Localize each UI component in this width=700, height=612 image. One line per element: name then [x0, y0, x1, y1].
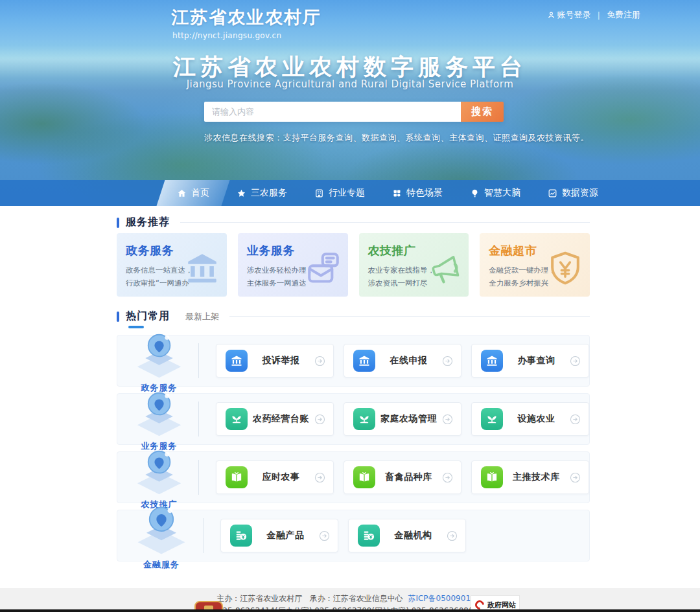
service-item[interactable]: 在线申报 [344, 344, 461, 378]
category-3d-icon [132, 546, 191, 558]
vertical-divider [203, 518, 204, 553]
arrow-circle-icon [570, 356, 581, 367]
site-logo[interactable]: 江苏省农业农村厅 http://nynct.jiangsu.gov.cn [171, 6, 321, 40]
hero-banner: 江苏省农业农村厅 http://nynct.jiangsu.gov.cn 账号登… [0, 0, 700, 206]
arrow-circle-icon [442, 472, 453, 483]
section-divider-line [180, 222, 590, 223]
nav-item-home[interactable]: 首页 [163, 180, 223, 206]
page: 江苏省农业农村厅 http://nynct.jiangsu.gov.cn 账号登… [0, 0, 700, 612]
main-nav: 首页 三农服务 行业专题 特色场景 智慧大脑 数据资源 [0, 180, 700, 206]
megaphone-icon [425, 249, 463, 287]
recommend-card-finance[interactable]: 金融超市 金融贷款一键办理，全力服务乡村振兴 [480, 233, 590, 297]
bulb-icon [470, 188, 480, 198]
nav-item-sannong[interactable]: 三农服务 [223, 180, 301, 206]
category-label: 金融服务 [132, 559, 191, 571]
category-3d-icon [132, 486, 187, 498]
sprout-icon [226, 408, 248, 430]
bank-icon [226, 350, 248, 372]
search-hint: 涉农信息在线搜索：支持平台服务查询、数据查询、系统查询、主体查询、证照查询及农技… [204, 132, 589, 144]
tab-hot-common[interactable]: 热门常用 [126, 310, 170, 323]
login-link[interactable]: 账号登录 [547, 9, 591, 21]
service-category: 金融服务 [132, 501, 191, 570]
service-items: 金融产品 金融机构 [220, 519, 466, 552]
nav-item-industry[interactable]: 行业专题 [301, 180, 379, 206]
arrow-circle-icon [314, 414, 325, 425]
service-item[interactable]: 投诉举报 [216, 344, 334, 378]
grid-icon [392, 188, 402, 198]
service-item-label: 畜禽品种库 [375, 471, 442, 483]
service-category: 农技推广 [132, 445, 187, 510]
main-content: 服务推荐 政务服务 政务信息一站直达，行政审批“一网通办 业务服务 涉农业务轻松… [117, 206, 590, 588]
arrow-circle-icon [314, 356, 325, 367]
star-icon [237, 188, 246, 198]
page-footer: 主办：江苏省农业农村厅 承办：江苏省农业信息中心 苏ICP备05009012号 … [0, 588, 700, 612]
arrow-circle-icon [570, 472, 581, 483]
service-category: 业务服务 [132, 387, 187, 452]
account-divider: | [598, 10, 600, 20]
site-url: http://nynct.jiangsu.gov.cn [172, 31, 321, 40]
service-item-label: 金融产品 [252, 530, 319, 541]
arrow-circle-icon [319, 530, 330, 541]
service-item[interactable]: 家庭农场管理 [344, 402, 461, 436]
person-icon [547, 11, 555, 19]
service-group-finance: 金融服务 金融产品 金融机构 [117, 510, 590, 561]
book-icon [226, 466, 248, 488]
recommend-card-gov[interactable]: 政务服务 政务信息一站直达，行政审批“一网通办 [117, 233, 227, 297]
service-item[interactable]: 金融机构 [348, 519, 466, 552]
service-item[interactable]: 金融产品 [220, 519, 338, 552]
service-item-label: 办事查询 [503, 355, 570, 367]
service-item[interactable]: 主推技术库 [471, 460, 589, 494]
service-group-gov: 政务服务 投诉举报 在线申报 办事查询 [117, 335, 590, 387]
chart-icon [548, 188, 557, 198]
service-item[interactable]: 设施农业 [471, 402, 589, 436]
nav-item-label: 智慧大脑 [484, 187, 520, 199]
service-items: 应时农事 畜禽品种库 主推技术库 [216, 460, 589, 494]
vertical-divider [198, 460, 199, 495]
arrow-circle-icon [570, 414, 581, 425]
search-input[interactable] [204, 102, 461, 122]
arrow-circle-icon [447, 530, 458, 541]
bank-icon [481, 350, 503, 372]
book-icon [481, 466, 503, 488]
platform-title: 江苏省农业农村数字服务平台 [0, 52, 700, 82]
service-item[interactable]: 应时农事 [216, 460, 334, 494]
arrow-circle-icon [442, 414, 453, 425]
home-icon [177, 188, 187, 198]
gov-badge-label: 政府网站 [487, 600, 516, 610]
nav-item-scenes[interactable]: 特色场景 [379, 180, 456, 206]
service-item-label: 应时农事 [248, 471, 314, 483]
section-hot-header: 热门常用 最新上架 [117, 310, 590, 323]
building-icon [314, 188, 324, 198]
search-bar: 搜索 [204, 102, 504, 122]
book-icon [353, 466, 375, 488]
service-item-label: 家庭农场管理 [375, 413, 442, 425]
section-accent-bar [117, 312, 119, 322]
recommend-cards: 政务服务 政务信息一站直达，行政审批“一网通办 业务服务 涉农业务轻松办理，主体… [117, 233, 590, 297]
shield-yuan-icon [546, 249, 584, 287]
service-items: 农药经营台账 家庭农场管理 设施农业 [216, 402, 589, 436]
recommend-card-tech[interactable]: 农技推广 农业专家在线指导，涉农资讯一网打尽 [359, 233, 469, 297]
service-item[interactable]: 办事查询 [471, 344, 589, 378]
category-3d-icon [132, 369, 187, 381]
register-link[interactable]: 免费注册 [607, 9, 640, 21]
service-item-label: 在线申报 [375, 355, 442, 367]
recommend-card-biz[interactable]: 业务服务 涉农业务轻松办理，主体服务一网通达 [238, 233, 348, 297]
section-divider-line [229, 316, 590, 317]
service-item[interactable]: 畜禽品种库 [344, 460, 461, 494]
service-items: 投诉举报 在线申报 办事查询 [216, 344, 589, 378]
service-item-label: 农药经营台账 [248, 413, 314, 425]
mail-doc-icon [305, 249, 342, 287]
service-item[interactable]: 农药经营台账 [216, 402, 334, 436]
nav-item-label: 首页 [191, 187, 209, 199]
nav-item-data[interactable]: 数据资源 [534, 180, 612, 206]
service-item-label: 投诉举报 [248, 355, 314, 367]
sprout-icon [353, 408, 375, 430]
vertical-divider [198, 343, 199, 378]
search-button[interactable]: 搜索 [461, 102, 504, 122]
nav-item-label: 行业专题 [329, 187, 365, 199]
arrow-circle-icon [442, 356, 453, 367]
hot-service-groups: 政务服务 投诉举报 在线申报 办事查询 业务服务 农药经营台账 家庭农场管理 设… [117, 335, 590, 568]
tab-newly-listed[interactable]: 最新上架 [185, 311, 219, 323]
bottom-edge-strip [0, 609, 700, 612]
nav-item-brain[interactable]: 智慧大脑 [456, 180, 534, 206]
